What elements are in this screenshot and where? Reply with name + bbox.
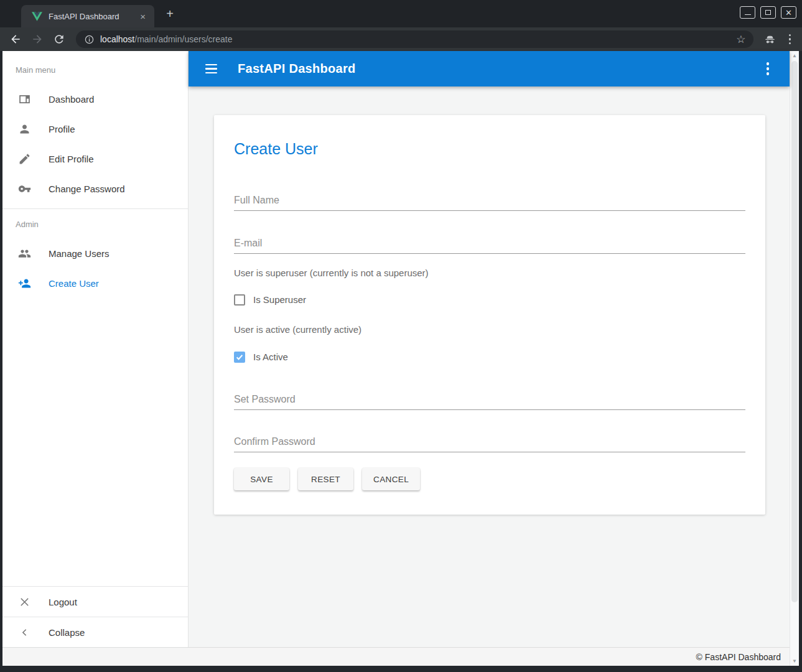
page-footer: © FastAPI Dashboard xyxy=(2,647,790,666)
sidebar-item-dashboard[interactable]: Dashboard xyxy=(2,84,188,114)
people-icon xyxy=(18,247,31,260)
confirm-password-label: Confirm Password xyxy=(234,436,745,447)
browser-toolbar: localhost/main/admin/users/create ☆ xyxy=(0,27,802,51)
reload-icon[interactable] xyxy=(53,33,65,45)
logout-x-icon xyxy=(18,595,31,609)
set-password-label: Set Password xyxy=(234,393,745,405)
sidebar-item-collapse[interactable]: Collapse xyxy=(2,617,188,647)
close-button[interactable]: ✕ xyxy=(781,6,796,19)
sidebar-item-label: Edit Profile xyxy=(49,154,94,164)
sidebar-item-create-user[interactable]: Create User xyxy=(2,268,188,298)
scrollbar-thumb[interactable] xyxy=(791,61,798,602)
window-controls: ✕ xyxy=(740,6,796,19)
is-superuser-label: Is Superuser xyxy=(253,294,306,305)
copyright-text: © FastAPI Dashboard xyxy=(696,652,781,662)
create-user-card: Create User Full Name E-mail User is sup… xyxy=(214,115,765,515)
sidebar: Main menu Dashboard Profile Edit Profile xyxy=(2,51,189,647)
is-active-checkbox-row[interactable]: Is Active xyxy=(234,351,745,363)
tab-close-icon[interactable]: × xyxy=(138,11,148,22)
bookmark-star-icon[interactable]: ☆ xyxy=(735,33,747,46)
incognito-icon xyxy=(763,33,776,46)
checkmark-icon xyxy=(235,353,244,362)
maximize-button[interactable] xyxy=(760,6,776,19)
forward-icon[interactable] xyxy=(31,33,44,45)
checkbox-checked-icon[interactable] xyxy=(234,352,245,363)
appbar: FastAPI Dashboard xyxy=(189,51,790,86)
confirm-password-field[interactable]: Confirm Password xyxy=(234,436,745,452)
page-title: Create User xyxy=(234,115,745,157)
sidebar-item-profile[interactable]: Profile xyxy=(2,114,188,144)
sidebar-item-change-password[interactable]: Change Password xyxy=(2,174,188,203)
is-active-label: Is Active xyxy=(253,352,288,362)
pencil-icon xyxy=(18,152,31,166)
full-name-label: Full Name xyxy=(234,194,745,206)
sidebar-item-edit-profile[interactable]: Edit Profile xyxy=(2,144,188,174)
tab-title: FastAPI Dashboard xyxy=(49,12,138,21)
sidebar-section-main-menu: Main menu xyxy=(2,51,188,84)
main-content: Create User Full Name E-mail User is sup… xyxy=(189,86,790,647)
sidebar-bottom: Logout Collapse xyxy=(2,586,188,647)
sidebar-item-manage-users[interactable]: Manage Users xyxy=(2,238,188,268)
person-add-icon xyxy=(18,277,31,290)
scrollbar-up-icon[interactable]: ▲ xyxy=(790,53,799,58)
toolbar-right xyxy=(763,33,794,46)
set-password-field[interactable]: Set Password xyxy=(234,393,745,410)
vue-favicon-icon xyxy=(32,12,42,21)
sidebar-item-label: Create User xyxy=(49,278,99,289)
hamburger-menu-icon[interactable] xyxy=(204,62,218,76)
minimize-button[interactable] xyxy=(740,6,755,19)
back-icon[interactable] xyxy=(9,33,22,45)
browser-titlebar: FastAPI Dashboard × + ✕ xyxy=(0,0,802,27)
scrollbar-down-icon[interactable]: ▼ xyxy=(790,658,799,664)
active-hint: User is active (currently active) xyxy=(234,324,745,335)
email-label: E-mail xyxy=(234,237,745,249)
url-path: /main/admin/users/create xyxy=(134,34,232,44)
is-superuser-checkbox-row[interactable]: Is Superuser xyxy=(234,294,745,306)
sidebar-item-label: Dashboard xyxy=(49,94,94,105)
browser-menu-icon[interactable] xyxy=(786,33,794,46)
maximize-icon xyxy=(765,10,771,15)
browser-window: FastAPI Dashboard × + ✕ localhost/main/a… xyxy=(0,0,802,672)
key-icon xyxy=(18,182,31,195)
chevron-left-icon xyxy=(18,626,31,639)
new-tab-button[interactable]: + xyxy=(162,6,178,22)
superuser-hint: User is superuser (currently is not a su… xyxy=(234,268,745,279)
sidebar-section-admin: Admin xyxy=(2,209,188,238)
page-viewport: Main menu Dashboard Profile Edit Profile xyxy=(2,51,799,666)
save-button[interactable]: SAVE xyxy=(234,468,289,490)
url-text[interactable]: localhost/main/admin/users/create xyxy=(100,34,735,44)
checkbox-unchecked-icon[interactable] xyxy=(234,294,245,306)
full-name-field[interactable]: Full Name xyxy=(234,194,745,211)
dashboard-icon xyxy=(18,93,31,106)
appbar-menu-icon[interactable] xyxy=(763,60,773,77)
sidebar-item-label: Change Password xyxy=(49,184,125,194)
address-bar[interactable]: localhost/main/admin/users/create ☆ xyxy=(76,30,753,48)
sidebar-item-label: Collapse xyxy=(49,627,85,638)
close-icon: ✕ xyxy=(785,9,792,17)
sidebar-item-label: Logout xyxy=(49,597,77,607)
browser-tab[interactable]: FastAPI Dashboard × xyxy=(21,5,154,27)
sidebar-item-logout[interactable]: Logout xyxy=(2,587,188,617)
sidebar-item-label: Profile xyxy=(49,124,75,134)
cancel-button[interactable]: CANCEL xyxy=(362,468,420,490)
form-buttons: SAVE RESET CANCEL xyxy=(234,468,745,490)
page-info-icon[interactable] xyxy=(84,34,95,45)
person-icon xyxy=(18,123,31,136)
minimize-icon xyxy=(745,14,751,15)
email-field[interactable]: E-mail xyxy=(234,237,745,254)
url-host: localhost xyxy=(100,34,134,44)
reset-button[interactable]: RESET xyxy=(298,468,353,490)
page-scrollbar[interactable]: ▲ ▼ xyxy=(790,51,799,666)
appbar-title: FastAPI Dashboard xyxy=(238,62,356,76)
sidebar-item-label: Manage Users xyxy=(49,248,110,259)
